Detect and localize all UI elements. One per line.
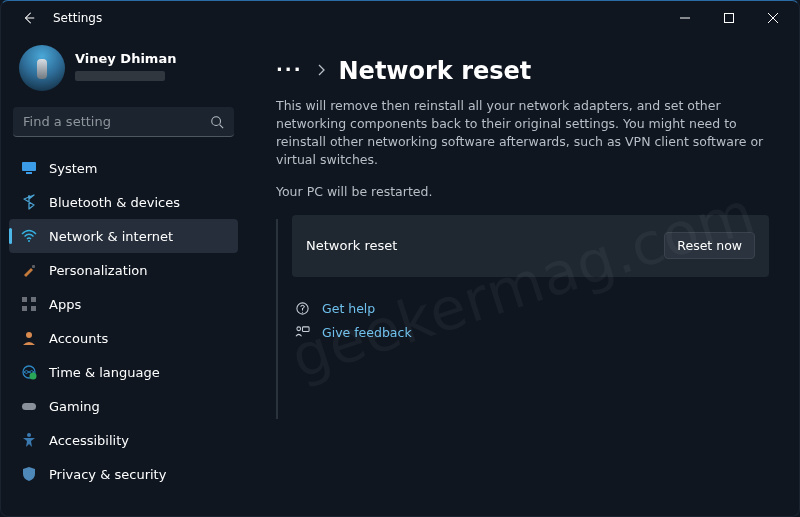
- search-input[interactable]: Find a setting: [13, 107, 234, 137]
- svg-line-5: [220, 124, 224, 128]
- svg-rect-13: [31, 306, 36, 311]
- chevron-right-icon: [317, 64, 325, 79]
- breadcrumb: ··· Network reset: [276, 57, 769, 85]
- page-title: Network reset: [339, 57, 532, 85]
- sidebar-item-label: Accounts: [49, 331, 108, 346]
- titlebar: Settings: [1, 1, 799, 35]
- sidebar-item-gaming[interactable]: Gaming: [9, 389, 238, 423]
- sidebar-item-accounts[interactable]: Accounts: [9, 321, 238, 355]
- profile-name: Viney Dhiman: [75, 51, 176, 67]
- give-feedback-link[interactable]: Give feedback: [292, 325, 769, 341]
- svg-rect-10: [22, 297, 27, 302]
- sidebar-item-privacy[interactable]: Privacy & security: [9, 457, 238, 491]
- brush-icon: [21, 262, 37, 278]
- svg-point-4: [212, 116, 221, 125]
- breadcrumb-more[interactable]: ···: [276, 59, 303, 84]
- svg-rect-9: [32, 265, 35, 268]
- shield-icon: [21, 466, 37, 482]
- close-button[interactable]: [751, 3, 795, 33]
- link-label: Get help: [322, 301, 375, 316]
- maximize-button[interactable]: [707, 3, 751, 33]
- svg-rect-17: [22, 403, 36, 410]
- sidebar-item-personalization[interactable]: Personalization: [9, 253, 238, 287]
- svg-rect-6: [22, 162, 36, 171]
- search-placeholder: Find a setting: [23, 114, 210, 129]
- sidebar-item-time[interactable]: Time & language: [9, 355, 238, 389]
- wifi-icon: [21, 228, 37, 244]
- sidebar-item-label: Apps: [49, 297, 81, 312]
- sidebar: Viney Dhiman Find a setting System Bluet…: [1, 35, 246, 516]
- sidebar-item-network[interactable]: Network & internet: [9, 219, 238, 253]
- maximize-icon: [724, 13, 734, 23]
- sidebar-item-label: Gaming: [49, 399, 100, 414]
- page-description: This will remove then reinstall all your…: [276, 97, 769, 170]
- svg-point-20: [301, 312, 302, 313]
- network-reset-card: Network reset Reset now: [292, 215, 769, 277]
- svg-rect-12: [22, 306, 27, 311]
- sidebar-item-label: Network & internet: [49, 229, 173, 244]
- back-arrow-icon: [22, 11, 36, 25]
- profile-block[interactable]: Viney Dhiman: [1, 39, 246, 107]
- close-icon: [768, 13, 778, 23]
- back-button[interactable]: [13, 2, 45, 34]
- reset-now-button[interactable]: Reset now: [664, 232, 755, 259]
- sidebar-item-label: Privacy & security: [49, 467, 166, 482]
- svg-point-21: [296, 327, 300, 331]
- svg-rect-7: [26, 172, 32, 174]
- feedback-icon: [294, 325, 310, 341]
- svg-point-14: [26, 332, 32, 338]
- person-icon: [21, 330, 37, 346]
- sidebar-item-label: System: [49, 161, 97, 176]
- profile-email-redacted: [75, 71, 165, 81]
- link-label: Give feedback: [322, 325, 412, 340]
- svg-point-18: [27, 433, 31, 437]
- minimize-icon: [680, 13, 690, 23]
- sidebar-item-label: Personalization: [49, 263, 148, 278]
- search-icon: [210, 115, 224, 129]
- get-help-link[interactable]: Get help: [292, 301, 769, 317]
- minimize-button[interactable]: [663, 3, 707, 33]
- sidebar-item-label: Accessibility: [49, 433, 129, 448]
- sidebar-item-label: Bluetooth & devices: [49, 195, 180, 210]
- svg-rect-1: [725, 14, 734, 23]
- sidebar-item-label: Time & language: [49, 365, 160, 380]
- accessibility-icon: [21, 432, 37, 448]
- app-title: Settings: [53, 11, 102, 25]
- card-label: Network reset: [306, 238, 664, 253]
- restart-note: Your PC will be restarted.: [276, 184, 769, 199]
- globe-clock-icon: [21, 364, 37, 380]
- main-content: geekermag.com ··· Network reset This wil…: [246, 35, 799, 516]
- sidebar-item-bluetooth[interactable]: Bluetooth & devices: [9, 185, 238, 219]
- gamepad-icon: [21, 398, 37, 414]
- sidebar-item-system[interactable]: System: [9, 151, 238, 185]
- apps-icon: [21, 296, 37, 312]
- sidebar-item-accessibility[interactable]: Accessibility: [9, 423, 238, 457]
- svg-point-8: [28, 240, 30, 242]
- svg-rect-22: [302, 327, 309, 332]
- help-icon: [294, 301, 310, 317]
- avatar: [19, 45, 65, 91]
- svg-rect-11: [31, 297, 36, 302]
- sidebar-nav[interactable]: System Bluetooth & devices Network & int…: [1, 151, 246, 516]
- svg-point-16: [30, 373, 37, 380]
- bluetooth-icon: [21, 194, 37, 210]
- section-divider: [276, 219, 278, 419]
- monitor-icon: [21, 160, 37, 176]
- sidebar-item-apps[interactable]: Apps: [9, 287, 238, 321]
